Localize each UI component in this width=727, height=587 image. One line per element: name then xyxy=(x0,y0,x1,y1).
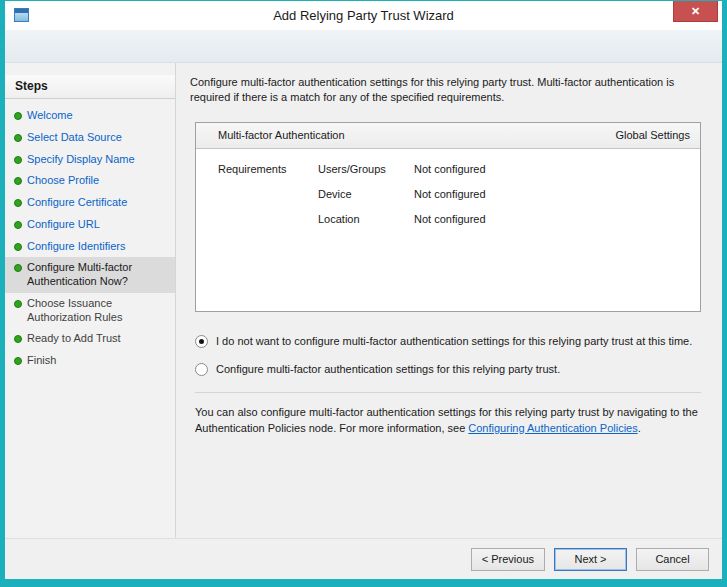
steps-header: Steps xyxy=(5,75,175,99)
step-label: Configure Certificate xyxy=(27,196,127,208)
wizard-window: Add Relying Party Trust Wizard ✕ Steps W… xyxy=(0,0,727,587)
step-bullet-icon xyxy=(14,134,22,142)
footer-note: You can also configure multi-factor auth… xyxy=(195,405,708,436)
radio-label: Configure multi-factor authentication se… xyxy=(216,362,560,377)
requirement-name: Location xyxy=(318,213,414,225)
step-bullet-icon xyxy=(14,112,22,120)
step-label: Configure Identifiers xyxy=(27,240,125,252)
step-label: Welcome xyxy=(27,109,73,121)
step-bullet-icon xyxy=(14,300,22,308)
button-bar: < Previous Next > Cancel xyxy=(5,538,722,579)
intro-text: Configure multi-factor authentication se… xyxy=(190,75,705,106)
sidebar-item-choose-profile[interactable]: Choose Profile xyxy=(5,170,175,192)
next-button[interactable]: Next > xyxy=(554,548,627,571)
step-label: Choose Issuance Authorization Rules xyxy=(27,297,122,323)
steps-list: Welcome Select Data Source Specify Displ… xyxy=(5,105,175,372)
radio-label: I do not want to configure multi-factor … xyxy=(216,334,692,349)
window-title: Add Relying Party Trust Wizard xyxy=(273,8,454,23)
step-label: Ready to Add Trust xyxy=(27,332,121,344)
sidebar-item-configure-url[interactable]: Configure URL xyxy=(5,214,175,236)
radio-selected-icon[interactable] xyxy=(195,335,208,348)
step-bullet-icon xyxy=(14,199,22,207)
sidebar-item-choose-issuance-rules: Choose Issuance Authorization Rules xyxy=(5,293,175,329)
radio-configure-mfa-option[interactable]: Configure multi-factor authentication se… xyxy=(195,362,708,377)
sidebar-item-configure-identifiers[interactable]: Configure Identifiers xyxy=(5,236,175,258)
mfa-table-header: Multi-factor Authentication Global Setti… xyxy=(196,123,700,149)
step-bullet-icon xyxy=(14,177,22,185)
step-bullet-icon xyxy=(14,243,22,251)
titlebar: Add Relying Party Trust Wizard ✕ xyxy=(5,1,722,30)
window-icon xyxy=(14,8,29,22)
step-bullet-icon xyxy=(14,264,22,272)
close-button[interactable]: ✕ xyxy=(673,1,718,22)
sidebar-item-specify-display-name[interactable]: Specify Display Name xyxy=(5,149,175,171)
main-panel: Configure multi-factor authentication se… xyxy=(176,63,722,538)
steps-sidebar: Steps Welcome Select Data Source Specify… xyxy=(5,63,176,538)
step-bullet-icon xyxy=(14,357,22,365)
step-label: Configure URL xyxy=(27,218,100,230)
step-label: Specify Display Name xyxy=(27,153,135,165)
requirement-value: Not configured xyxy=(414,188,690,200)
sidebar-item-configure-multi-factor[interactable]: Configure Multi-factor Authentication No… xyxy=(5,257,175,293)
table-row: Requirements Users/Groups Not configured xyxy=(218,163,690,188)
mfa-table-title: Multi-factor Authentication xyxy=(218,129,345,141)
mfa-table-body: Requirements Users/Groups Not configured… xyxy=(196,149,700,238)
requirement-name: Device xyxy=(318,188,414,200)
sidebar-item-welcome[interactable]: Welcome xyxy=(5,105,175,127)
sidebar-item-ready-to-add-trust: Ready to Add Trust xyxy=(5,328,175,350)
previous-button[interactable]: < Previous xyxy=(471,548,545,571)
header-band xyxy=(5,30,722,63)
window-frame: Add Relying Party Trust Wizard ✕ Steps W… xyxy=(5,1,722,579)
sidebar-item-finish: Finish xyxy=(5,350,175,372)
step-label: Finish xyxy=(27,354,56,366)
step-bullet-icon xyxy=(14,156,22,164)
sidebar-item-configure-certificate[interactable]: Configure Certificate xyxy=(5,192,175,214)
step-bullet-icon xyxy=(14,335,22,343)
table-row: Location Not configured xyxy=(218,213,690,238)
mfa-settings-table: Multi-factor Authentication Global Setti… xyxy=(195,122,701,312)
step-bullet-icon xyxy=(14,221,22,229)
step-label: Select Data Source xyxy=(27,131,122,143)
separator-line xyxy=(195,392,701,393)
step-label: Choose Profile xyxy=(27,174,99,186)
cancel-button[interactable]: Cancel xyxy=(636,548,709,571)
requirements-label: Requirements xyxy=(218,163,318,175)
radio-no-mfa-option[interactable]: I do not want to configure multi-factor … xyxy=(195,334,708,349)
global-settings-label: Global Settings xyxy=(615,129,690,141)
configuring-authentication-policies-link[interactable]: Configuring Authentication Policies xyxy=(468,422,637,434)
sidebar-item-select-data-source[interactable]: Select Data Source xyxy=(5,127,175,149)
step-label: Configure Multi-factor Authentication No… xyxy=(27,261,132,287)
requirement-value: Not configured xyxy=(414,213,690,225)
requirement-value: Not configured xyxy=(414,163,690,175)
table-row: Device Not configured xyxy=(218,188,690,213)
footer-text-after: . xyxy=(638,422,641,434)
requirement-name: Users/Groups xyxy=(318,163,414,175)
radio-unselected-icon[interactable] xyxy=(195,363,208,376)
close-icon: ✕ xyxy=(691,6,700,17)
content-area: Steps Welcome Select Data Source Specify… xyxy=(5,63,722,538)
